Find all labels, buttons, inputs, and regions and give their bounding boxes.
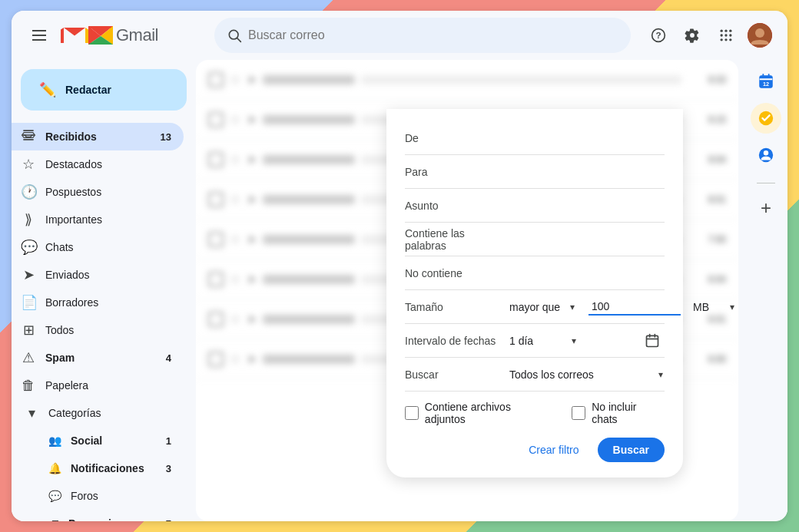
email-checkbox[interactable]	[208, 72, 224, 88]
sidebar-item-foros[interactable]: 💬 Foros	[12, 482, 184, 510]
compose-button[interactable]: ✏️ Redactar	[21, 69, 187, 111]
email-checkbox[interactable]	[208, 152, 224, 167]
search-scope-select[interactable]: Todos los correos Solo bandeja de entrad…	[509, 368, 665, 381]
forward-icon[interactable]: ➤	[247, 272, 257, 286]
star-icon[interactable]: ☆	[230, 312, 240, 326]
sidebar-item-recibidos[interactable]: Recibidos 13	[12, 123, 184, 150]
right-sidebar: 12 +	[744, 60, 787, 521]
buscar-button[interactable]: Buscar	[598, 438, 665, 462]
gmail-logo-svg	[88, 26, 113, 45]
size-select-wrapper: mayor que menor que ▾	[509, 301, 576, 313]
sidebar-item-spam[interactable]: ⚠ Spam 4	[12, 344, 184, 372]
svg-text:?: ?	[655, 30, 661, 40]
gmail-logo: Gmail	[61, 25, 158, 46]
date-range-select[interactable]: 1 día 3 días 1 semana 2 semanas 1 mes 6 …	[509, 335, 578, 347]
notificaciones-badge: 3	[166, 463, 171, 474]
star-icon[interactable]: ☆	[230, 152, 240, 167]
forward-icon[interactable]: ➤	[247, 312, 257, 326]
adjuntos-checkbox[interactable]	[405, 406, 419, 420]
no-chats-checkbox-label[interactable]: No incluir chats	[572, 401, 665, 425]
email-subject	[361, 75, 681, 84]
sidebar-item-destacados[interactable]: ☆ Destacados	[12, 150, 184, 178]
tamano-label: Tamaño	[405, 301, 497, 313]
star-icon[interactable]: ☆	[230, 272, 240, 286]
sidebar-item-promociones[interactable]: 🏷 Promociones 7	[12, 510, 184, 521]
settings-button[interactable]	[677, 20, 708, 51]
svg-point-17	[721, 38, 723, 41]
asunto-input[interactable]	[509, 197, 665, 215]
sidebar-item-importantes[interactable]: ⟫ Importantes	[12, 206, 184, 233]
email-time: 9:33	[688, 74, 726, 85]
filter-row-contiene: Contiene las palabras	[405, 223, 665, 256]
calendar-picker-button[interactable]	[640, 329, 665, 353]
chevron-down-icon: ▾	[24, 405, 39, 421]
filter-row-asunto: Asunto	[405, 189, 665, 223]
search-input[interactable]	[248, 28, 618, 42]
email-checkbox[interactable]	[208, 272, 224, 287]
star-icon[interactable]: ☆	[230, 112, 240, 127]
email-time: 6:04	[688, 274, 726, 285]
contacts-app-button[interactable]	[751, 140, 781, 170]
contacts-app-icon	[758, 147, 774, 164]
sidebar-item-pospuestos[interactable]: 🕐 Pospuestos	[12, 178, 184, 206]
adjuntos-checkbox-label[interactable]: Contiene archivos adjuntos	[405, 401, 553, 425]
forward-icon[interactable]: ➤	[247, 232, 257, 246]
star-icon[interactable]: ☆	[230, 352, 240, 366]
chats-label: Chats	[45, 241, 171, 253]
search-icon	[227, 28, 242, 43]
email-time: 7:00	[688, 234, 726, 245]
star-icon[interactable]: ☆	[230, 72, 240, 87]
email-checkbox[interactable]	[208, 352, 224, 367]
contiene-input[interactable]	[509, 230, 665, 249]
crear-filtro-button[interactable]: Crear filtro	[519, 438, 588, 462]
size-comparison-select[interactable]: mayor que menor que	[509, 301, 576, 313]
categories-section[interactable]: ▾ Categorías	[12, 399, 196, 427]
forward-icon[interactable]: ➤	[247, 72, 257, 87]
tasks-app-icon	[758, 110, 774, 127]
sidebar-item-todos[interactable]: ⊞ Todos	[12, 316, 184, 344]
email-sender	[263, 195, 355, 204]
para-input[interactable]	[509, 163, 665, 181]
email-sender	[263, 315, 355, 324]
avatar-image	[748, 23, 772, 48]
apps-button[interactable]	[711, 20, 741, 51]
star-icon[interactable]: ☆	[230, 232, 240, 246]
forward-icon[interactable]: ➤	[247, 192, 257, 207]
trash-icon: 🗑	[21, 378, 36, 394]
star-icon[interactable]: ☆	[230, 192, 240, 207]
email-checkbox[interactable]	[208, 312, 224, 327]
sidebar: ✏️ Redactar Recibidos 13 ☆ Destacados	[12, 60, 196, 521]
email-checkbox[interactable]	[208, 112, 224, 127]
help-button[interactable]: ?	[643, 20, 674, 51]
search-bar[interactable]	[214, 18, 631, 53]
forward-icon[interactable]: ➤	[247, 352, 257, 366]
asunto-label: Asunto	[405, 200, 497, 212]
tasks-app-button[interactable]	[751, 103, 781, 134]
notificaciones-label: Notificaciones	[71, 462, 144, 474]
email-checkbox[interactable]	[208, 232, 224, 247]
pospuestos-label: Pospuestos	[45, 186, 171, 198]
account-button[interactable]	[744, 20, 775, 51]
no-chats-checkbox[interactable]	[572, 406, 585, 420]
sidebar-item-social[interactable]: 👥 Social 1	[12, 427, 184, 454]
forward-icon[interactable]: ➤	[247, 112, 257, 127]
social-badge: 1	[166, 435, 171, 447]
calendar-app-button[interactable]: 12	[751, 66, 781, 97]
add-app-button[interactable]: +	[751, 193, 781, 223]
forward-icon[interactable]: ➤	[247, 152, 257, 167]
email-checkbox[interactable]	[208, 192, 224, 207]
gmail-wordmark: Gmail	[116, 25, 158, 45]
foros-label: Foros	[71, 490, 98, 502]
menu-button[interactable]	[24, 20, 55, 51]
sidebar-item-borradores[interactable]: 📄 Borradores	[12, 289, 184, 316]
sidebar-item-notificaciones[interactable]: 🔔 Notificaciones 3	[12, 454, 184, 482]
de-input[interactable]	[509, 129, 665, 147]
size-value-input[interactable]	[588, 299, 681, 316]
header-left: Gmail	[24, 20, 208, 51]
send-icon: ➤	[21, 266, 36, 283]
sidebar-item-chats[interactable]: 💬 Chats	[12, 233, 184, 261]
size-unit-select[interactable]: MB KB Bytes	[693, 301, 736, 313]
sidebar-item-papelera[interactable]: 🗑 Papelera	[12, 372, 184, 399]
no-contiene-input[interactable]	[509, 264, 665, 283]
sidebar-item-enviados[interactable]: ➤ Enviados	[12, 261, 184, 289]
